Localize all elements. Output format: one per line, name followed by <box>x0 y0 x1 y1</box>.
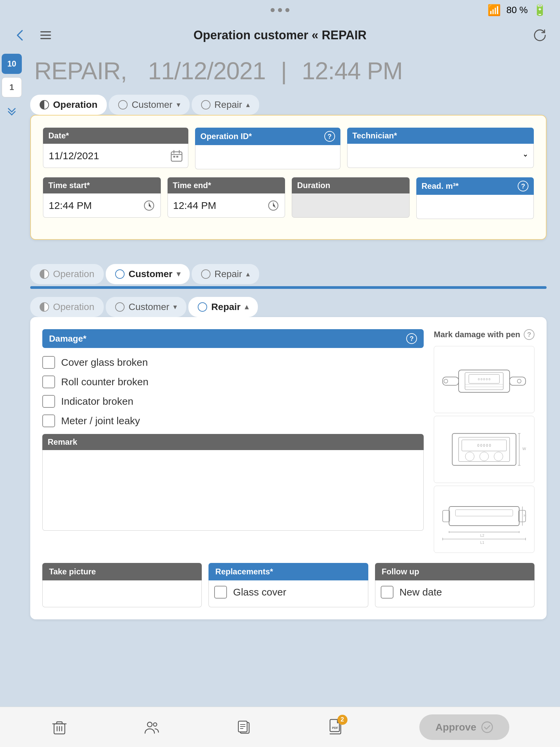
time-end-value: 12:44 PM <box>173 200 216 211</box>
duration-label: Duration <box>292 177 409 194</box>
refresh-button[interactable] <box>530 25 550 45</box>
svg-point-13 <box>517 379 521 383</box>
tab-operation-3[interactable]: Operation <box>30 297 104 317</box>
customer-section: Operation Customer ▾ Repair ▴ <box>30 252 546 297</box>
pdf-badge-count: 2 <box>338 715 347 725</box>
time-end-input[interactable]: 12:44 PM <box>167 194 285 218</box>
tab-customer-3[interactable]: Customer ▾ <box>106 297 186 317</box>
read-m3-text-input[interactable] <box>422 202 529 212</box>
back-button[interactable] <box>10 25 30 45</box>
damage-label: Damage* ? <box>42 329 424 348</box>
time-end-field: Time end* 12:44 PM <box>167 177 285 219</box>
menu-button[interactable] <box>35 25 56 45</box>
mark-damage-label: Mark damage with pen ? <box>434 329 534 340</box>
time-start-input[interactable]: 12:44 PM <box>43 194 161 218</box>
pdf-button[interactable]: PDF 2 <box>327 717 345 737</box>
sidebar-item-10[interactable]: 10 <box>2 54 22 74</box>
date-input[interactable]: 11/12/2021 <box>43 144 188 168</box>
sidebar-expand-button[interactable] <box>3 103 20 117</box>
checkbox-meter-joint[interactable]: Meter / joint leaky <box>42 414 424 427</box>
checkbox-cover-glass[interactable]: Cover glass broken <box>42 356 424 369</box>
checkbox-new-date-label: New date <box>400 587 442 598</box>
checkbox-indicator-box[interactable] <box>42 395 55 408</box>
tab-customer-2[interactable]: Customer ▾ <box>106 264 190 284</box>
svg-rect-5 <box>176 156 178 157</box>
svg-text:L2: L2 <box>480 534 484 537</box>
tab-repair-1[interactable]: Repair ▴ <box>192 95 259 115</box>
meter-svg-side: H L2 L1 <box>439 494 529 545</box>
checkbox-new-date[interactable]: New date <box>381 586 529 598</box>
operation-icon-3 <box>39 302 49 312</box>
checkbox-cover-glass-box[interactable] <box>42 356 55 369</box>
checkbox-roll-counter[interactable]: Roll counter broken <box>42 376 424 388</box>
pdf-badge: PDF 2 <box>327 717 345 737</box>
delete-button[interactable] <box>51 718 68 736</box>
tab-operation-2[interactable]: Operation <box>30 264 104 284</box>
replacements-label: Replacements* <box>209 563 368 581</box>
technician-field: Technician* <box>347 128 534 169</box>
technician-input[interactable] <box>347 144 534 168</box>
meter-illustration-side[interactable]: H L2 L1 <box>434 486 534 553</box>
technician-select[interactable] <box>353 150 528 161</box>
calendar-icon[interactable] <box>170 150 183 162</box>
svg-rect-8 <box>459 370 510 393</box>
tab-customer-label-1: Customer <box>132 99 172 110</box>
checkbox-indicator-label: Indicator broken <box>61 396 133 407</box>
remark-textarea[interactable] <box>42 450 424 531</box>
checkbox-roll-counter-box[interactable] <box>42 376 55 388</box>
sidebar-item-1[interactable]: 1 <box>2 77 22 97</box>
svg-rect-9 <box>465 372 503 390</box>
tab-customer-1[interactable]: Customer ▾ <box>109 95 189 115</box>
checkbox-meter-joint-box[interactable] <box>42 414 55 427</box>
checkbox-glass-cover[interactable]: Glass cover <box>214 586 362 598</box>
technician-label: Technician* <box>347 128 534 144</box>
toolbar-spacer <box>30 619 546 666</box>
customer-icon-3 <box>115 302 125 312</box>
tab-repair-3[interactable]: Repair ▴ <box>188 297 258 317</box>
operation-icon-1 <box>39 100 49 109</box>
customer-chevron-2: ▾ <box>177 270 180 279</box>
tab-operation-1[interactable]: Operation <box>30 95 107 115</box>
checkbox-new-date-box[interactable] <box>381 586 394 598</box>
replacements-section: Replacements* Glass cover <box>209 563 368 607</box>
svg-text:0 0 0 0 0: 0 0 0 0 0 <box>478 377 490 381</box>
time-start-value: 12:44 PM <box>49 200 92 211</box>
replacements-content[interactable]: Glass cover <box>209 581 368 607</box>
checkbox-meter-joint-label: Meter / joint leaky <box>61 415 140 427</box>
operation-id-input[interactable] <box>195 145 341 169</box>
tab-operation-label-2: Operation <box>53 269 94 280</box>
read-m3-label: Read. m³* ? <box>416 177 534 195</box>
copy-button[interactable] <box>235 718 252 736</box>
follow-up-section: Follow up New date <box>375 563 534 607</box>
svg-rect-0 <box>40 31 51 32</box>
tab-operation-label-1: Operation <box>53 99 97 110</box>
date-field: Date* 11/12/2021 <box>43 128 188 169</box>
meter-illustration-front[interactable]: 0 0 0 0 0 W <box>434 416 534 483</box>
damage-info: ? <box>406 333 417 344</box>
battery-icon: 🔋 <box>533 4 546 17</box>
read-m3-input[interactable] <box>416 195 534 219</box>
operation-id-text-input[interactable] <box>201 152 335 162</box>
checkbox-indicator[interactable]: Indicator broken <box>42 395 424 408</box>
take-picture-content[interactable] <box>42 581 202 607</box>
duration-field: Duration <box>292 177 409 219</box>
tab-bar-2: Operation Customer ▾ Repair ▴ <box>30 264 546 284</box>
damage-left: Damage* ? Cover glass broken Roll counte… <box>42 329 424 553</box>
date-label: Date* <box>43 128 188 144</box>
meter-svg-front: 0 0 0 0 0 W <box>439 424 529 475</box>
repair-icon-1 <box>201 100 211 109</box>
checkbox-glass-cover-box[interactable] <box>214 586 227 598</box>
approve-button[interactable]: Approve <box>419 715 509 740</box>
svg-point-11 <box>444 379 448 383</box>
take-picture-section: Take picture <box>42 563 202 607</box>
users-button[interactable] <box>143 718 160 736</box>
follow-up-content[interactable]: New date <box>375 581 534 607</box>
read-m3-info: ? <box>518 181 529 191</box>
checkbox-cover-glass-label: Cover glass broken <box>61 357 148 368</box>
main-content: REPAIR, 11/12/2021 | 12:44 PM Operation … <box>24 50 560 747</box>
operation-id-field: Operation ID* ? <box>195 128 341 169</box>
tab-repair-2[interactable]: Repair ▴ <box>192 264 259 284</box>
follow-up-label: Follow up <box>375 563 534 581</box>
meter-illustration-top[interactable]: 0 0 0 0 0 <box>434 346 534 413</box>
svg-rect-30 <box>443 510 450 522</box>
